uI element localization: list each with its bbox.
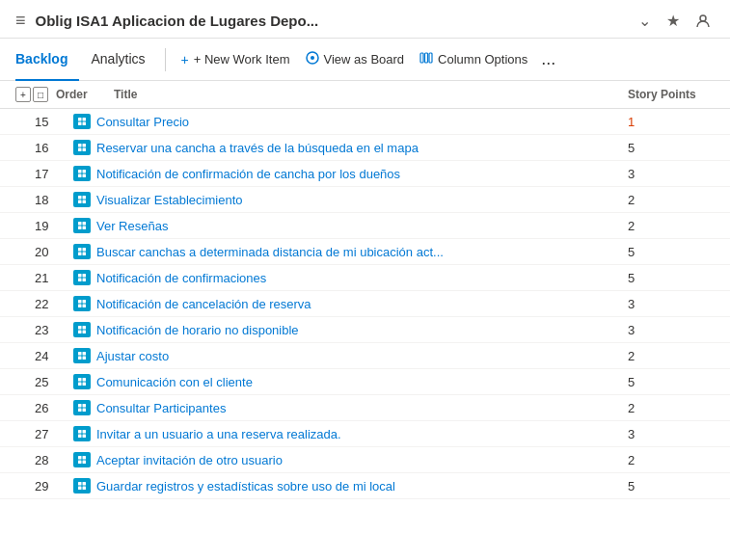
svg-rect-78 (78, 487, 82, 491)
svg-rect-36 (76, 272, 88, 283)
svg-rect-46 (76, 324, 88, 335)
svg-rect-31 (76, 246, 88, 257)
table-row[interactable]: 29 Guardar registros y estadísticas sobr… (0, 473, 730, 499)
row-title-text: Comunicación con el cliente (96, 375, 253, 389)
svg-rect-63 (78, 409, 82, 413)
svg-rect-53 (78, 357, 82, 360)
svg-rect-6 (76, 116, 88, 127)
table-row[interactable]: 17 Notificación de confirmación de canch… (0, 161, 730, 187)
table-row[interactable]: 27 Invitar a un usuario a una reserva re… (0, 421, 730, 447)
row-title-cell: Ajustar costo (73, 348, 628, 363)
svg-rect-54 (83, 352, 87, 356)
row-order: 25 (15, 375, 73, 389)
expand-all-button[interactable]: + (15, 87, 31, 102)
row-order: 21 (15, 271, 73, 285)
row-story-points: 2 (628, 349, 715, 363)
table-row[interactable]: 19 Ver Reseñas 2 (0, 213, 730, 239)
row-story-points: 5 (628, 141, 715, 155)
row-order: 15 (15, 115, 73, 129)
svg-rect-29 (83, 222, 87, 226)
svg-rect-64 (83, 404, 87, 408)
work-item-icon (73, 348, 91, 363)
row-story-points: 2 (628, 401, 715, 415)
svg-rect-21 (76, 194, 88, 205)
svg-rect-61 (76, 402, 88, 413)
chevron-down-button[interactable]: ⌄ (635, 10, 655, 32)
collapse-all-button[interactable]: □ (33, 87, 48, 102)
svg-rect-16 (76, 168, 88, 179)
work-item-icon (73, 322, 91, 337)
svg-rect-35 (83, 253, 87, 256)
svg-rect-40 (83, 279, 87, 282)
row-title-text: Visualizar Establecimiento (96, 193, 243, 207)
row-title-cell: Invitar a un usuario a una reserva reali… (73, 426, 628, 441)
row-title-cell: Guardar registros y estadísticas sobre u… (73, 478, 628, 493)
table-row[interactable]: 22 Notificación de cancelación de reserv… (0, 291, 730, 317)
table-row[interactable]: 24 Ajustar costo 2 (0, 343, 730, 369)
svg-rect-60 (83, 383, 87, 387)
table-row[interactable]: 16 Reservar una cancha a través de la bú… (0, 135, 730, 161)
work-item-icon (73, 140, 91, 155)
page-title: Oblig ISA1 Aplicacion de Lugares Depo... (36, 13, 635, 29)
row-title-text: Aceptar invitación de otro usuario (96, 453, 283, 467)
profile-button[interactable] (691, 12, 715, 31)
svg-point-0 (700, 15, 706, 21)
column-options-button[interactable]: Column Options (412, 47, 535, 71)
table-row[interactable]: 15 Consultar Precio 1 (0, 109, 730, 135)
svg-rect-59 (83, 378, 87, 382)
work-item-icon (73, 270, 91, 285)
table-row[interactable]: 25 Comunicación con el cliente 5 (0, 369, 730, 395)
svg-rect-18 (78, 174, 82, 178)
row-story-points: 2 (628, 453, 715, 467)
row-story-points: 2 (628, 193, 715, 207)
column-header-row: + □ Order Title Story Points (0, 81, 730, 109)
svg-rect-11 (76, 142, 88, 153)
svg-rect-71 (76, 454, 88, 466)
svg-rect-38 (78, 279, 82, 282)
favorite-button[interactable]: ★ (662, 10, 684, 32)
svg-point-2 (311, 56, 314, 60)
story-points-column-header: Story Points (628, 88, 715, 101)
table-row[interactable]: 21 Notificación de confirmaciones 5 (0, 265, 730, 291)
svg-rect-45 (83, 305, 87, 308)
tab-backlog[interactable]: Backlog (15, 40, 79, 81)
row-title-cell: Notificación de confirmación de cancha p… (73, 166, 628, 181)
svg-rect-79 (83, 482, 87, 486)
svg-rect-5 (429, 53, 432, 63)
table-row[interactable]: 28 Aceptar invitación de otro usuario 2 (0, 447, 730, 473)
row-title-cell: Aceptar invitación de otro usuario (73, 452, 628, 467)
plus-icon: + (181, 52, 189, 67)
tab-analytics[interactable]: Analytics (79, 40, 156, 81)
svg-rect-77 (78, 482, 82, 486)
row-title-cell: Visualizar Establecimiento (73, 192, 628, 207)
svg-rect-62 (78, 404, 82, 408)
work-item-icon (73, 374, 91, 389)
svg-rect-52 (78, 352, 82, 356)
table-row[interactable]: 20 Buscar canchas a determinada distanci… (0, 239, 730, 265)
svg-rect-69 (83, 430, 87, 434)
view-as-board-button[interactable]: View as Board (298, 47, 413, 71)
table-container[interactable]: + □ Order Title Story Points 15 Consulta… (0, 81, 730, 552)
row-title-text: Consultar Precio (96, 115, 189, 129)
svg-rect-32 (78, 248, 82, 252)
title-column-header: Title (114, 88, 628, 101)
tab-divider (165, 48, 166, 71)
top-bar: ≡ Oblig ISA1 Aplicacion de Lugares Depo.… (0, 0, 730, 39)
svg-rect-4 (425, 53, 428, 63)
row-story-points: 3 (628, 427, 715, 441)
svg-rect-10 (83, 122, 87, 126)
work-item-icon (73, 296, 91, 311)
row-story-points: 1 (628, 115, 715, 129)
svg-rect-41 (76, 298, 88, 309)
order-column-header: Order (56, 88, 114, 101)
row-story-points: 5 (628, 245, 715, 259)
table-row[interactable]: 23 Notificación de horario no disponible… (0, 317, 730, 343)
row-title-cell: Comunicación con el cliente (73, 374, 628, 389)
new-work-item-button[interactable]: + + New Work Item (174, 48, 298, 71)
table-row[interactable]: 26 Consultar Participantes 2 (0, 395, 730, 421)
work-item-icon (73, 478, 91, 493)
table-row[interactable]: 18 Visualizar Establecimiento 2 (0, 187, 730, 213)
more-options-button[interactable]: ... (535, 47, 561, 71)
svg-rect-22 (78, 196, 82, 200)
row-title-text: Notificación de confirmaciones (96, 271, 266, 285)
